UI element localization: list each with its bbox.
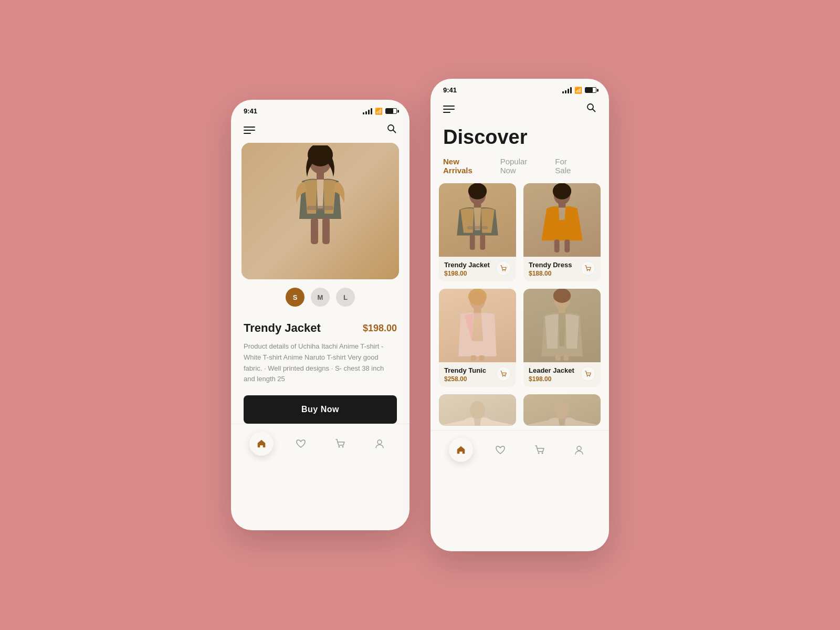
card-price-1: $198.00 bbox=[444, 270, 490, 277]
home-button[interactable] bbox=[249, 432, 274, 456]
size-l-button[interactable]: L bbox=[336, 288, 355, 307]
status-time-right: 9:41 bbox=[443, 86, 457, 94]
size-selector: S M L bbox=[231, 279, 410, 313]
product-card-3[interactable]: Trendy Tunic $258.00 bbox=[439, 289, 516, 387]
svg-rect-25 bbox=[564, 239, 570, 253]
wifi-icon-right: 📶 bbox=[574, 87, 582, 94]
bottom-nav-right bbox=[430, 430, 609, 469]
menu-icon[interactable] bbox=[244, 127, 255, 134]
product-card-4[interactable]: Leader Jacket $198.00 bbox=[523, 289, 601, 387]
signal-icon bbox=[363, 108, 372, 114]
svg-point-29 bbox=[468, 289, 487, 305]
tabs-row: New Arrivals Popular Now For Sale bbox=[430, 157, 609, 183]
tab-for-sale[interactable]: For Sale bbox=[555, 157, 582, 175]
svg-point-26 bbox=[587, 270, 588, 271]
tab-popular-now[interactable]: Popular Now bbox=[500, 157, 541, 175]
svg-rect-15 bbox=[474, 203, 481, 208]
card-image-2 bbox=[523, 183, 601, 257]
status-time-left: 9:41 bbox=[244, 107, 257, 115]
card-name-4: Leader Jacket bbox=[529, 366, 574, 374]
size-m-button[interactable]: M bbox=[311, 288, 330, 307]
add-to-cart-3[interactable] bbox=[496, 366, 511, 381]
svg-rect-18 bbox=[480, 234, 485, 249]
wifi-icon: 📶 bbox=[375, 108, 383, 115]
svg-point-22 bbox=[553, 183, 571, 200]
battery-icon-right bbox=[585, 87, 596, 93]
card-image-4 bbox=[523, 289, 601, 362]
search-icon[interactable] bbox=[386, 123, 397, 136]
home-button-right[interactable] bbox=[449, 438, 473, 462]
top-nav-left bbox=[231, 119, 410, 143]
discover-title: Discover bbox=[430, 122, 609, 157]
svg-rect-7 bbox=[307, 206, 333, 210]
svg-rect-23 bbox=[559, 203, 566, 208]
card-price-2: $188.00 bbox=[529, 270, 572, 277]
tab-new-arrivals[interactable]: New Arrivals bbox=[443, 157, 486, 175]
status-icons-left: 📶 bbox=[363, 108, 397, 115]
card-price-4: $198.00 bbox=[529, 375, 574, 383]
product-card-2[interactable]: Trendy Dress $188.00 bbox=[523, 183, 601, 281]
card-image-3 bbox=[439, 289, 516, 362]
svg-point-27 bbox=[589, 270, 590, 271]
card-name-3: Trendy Tunic bbox=[444, 366, 486, 374]
svg-point-37 bbox=[553, 289, 571, 303]
svg-point-46 bbox=[541, 453, 543, 454]
wishlist-button[interactable] bbox=[289, 436, 313, 452]
svg-rect-24 bbox=[554, 239, 560, 253]
product-card-5[interactable] bbox=[439, 394, 516, 426]
wishlist-button-right[interactable] bbox=[488, 442, 512, 458]
svg-point-44 bbox=[554, 401, 570, 418]
product-image bbox=[242, 143, 399, 279]
profile-button-right[interactable] bbox=[567, 442, 591, 458]
svg-point-20 bbox=[505, 270, 506, 271]
add-to-cart-1[interactable] bbox=[496, 261, 511, 276]
svg-point-31 bbox=[474, 313, 482, 318]
signal-icon-right bbox=[562, 87, 572, 93]
svg-rect-5 bbox=[311, 218, 318, 244]
card-name-1: Trendy Jacket bbox=[444, 261, 490, 269]
svg-point-14 bbox=[468, 183, 487, 200]
bottom-nav-left bbox=[231, 424, 410, 463]
product-figure bbox=[278, 145, 362, 277]
status-icons-right: 📶 bbox=[562, 87, 596, 94]
profile-button[interactable] bbox=[368, 436, 392, 452]
svg-rect-33 bbox=[479, 355, 484, 361]
product-card-6[interactable] bbox=[523, 394, 601, 426]
svg-rect-38 bbox=[559, 308, 566, 313]
card-price-3: $258.00 bbox=[444, 375, 486, 383]
product-description: Product details of Uchiha Itachi Anime T… bbox=[244, 341, 397, 385]
svg-point-42 bbox=[589, 376, 590, 377]
add-to-cart-2[interactable] bbox=[581, 261, 595, 276]
card-info-3: Trendy Tunic $258.00 bbox=[439, 362, 516, 387]
add-to-cart-4[interactable] bbox=[581, 366, 595, 381]
svg-point-47 bbox=[577, 446, 581, 450]
status-bar-left: 9:41 📶 bbox=[231, 100, 410, 119]
svg-point-35 bbox=[505, 376, 506, 377]
size-s-button[interactable]: S bbox=[286, 288, 304, 307]
product-price: $198.00 bbox=[363, 323, 397, 334]
svg-rect-17 bbox=[470, 234, 475, 249]
product-card-1[interactable]: Trendy Jacket $198.00 bbox=[439, 183, 516, 281]
card-image-1 bbox=[439, 183, 516, 257]
top-nav-right bbox=[430, 98, 609, 122]
svg-rect-40 bbox=[563, 355, 569, 361]
card-image-6 bbox=[523, 394, 601, 426]
discover-phone: 9:41 📶 Discover New A bbox=[430, 79, 609, 551]
product-info: Trendy Jacket $198.00 Product details of… bbox=[231, 313, 410, 424]
card-info-2: Trendy Dress $188.00 bbox=[523, 257, 601, 281]
svg-rect-32 bbox=[471, 355, 476, 361]
svg-rect-6 bbox=[322, 218, 330, 244]
menu-icon-right[interactable] bbox=[443, 106, 455, 113]
search-icon-right[interactable] bbox=[586, 102, 596, 116]
svg-rect-16 bbox=[467, 226, 488, 229]
buy-now-button[interactable]: Buy Now bbox=[244, 395, 397, 424]
cart-button-right[interactable] bbox=[528, 442, 552, 458]
svg-point-19 bbox=[502, 270, 503, 271]
svg-rect-30 bbox=[474, 308, 481, 313]
card-info-1: Trendy Jacket $198.00 bbox=[439, 257, 516, 281]
svg-point-45 bbox=[538, 453, 539, 454]
svg-point-41 bbox=[587, 376, 588, 377]
cart-button[interactable] bbox=[328, 436, 352, 452]
svg-line-1 bbox=[393, 130, 396, 133]
card-image-5 bbox=[439, 394, 516, 426]
